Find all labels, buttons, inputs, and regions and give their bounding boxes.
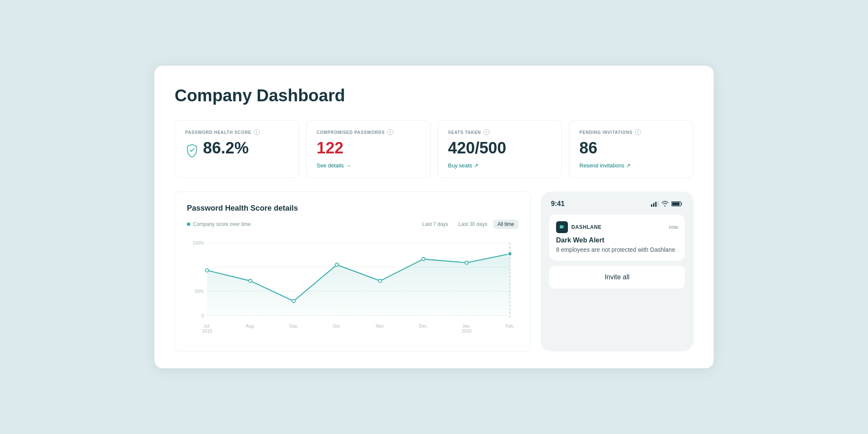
info-icon-seats[interactable]: i: [484, 129, 490, 135]
svg-rect-29: [655, 202, 657, 207]
stat-label-invitations: PENDING INVITATIONS i: [579, 129, 683, 135]
bottom-row: Password Health Score details Company sc…: [175, 192, 693, 351]
info-icon-compromised[interactable]: i: [387, 129, 393, 135]
filter-30days[interactable]: Last 30 days: [454, 220, 492, 229]
svg-rect-28: [653, 203, 654, 207]
svg-text:Sep.: Sep.: [289, 324, 298, 328]
svg-text:2020: 2020: [462, 329, 471, 334]
svg-point-26: [508, 252, 512, 256]
dark-web-alert-card: DASHLANE now Dark Web Alert 8 employees …: [549, 214, 685, 261]
alert-title: Dark Web Alert: [556, 236, 678, 244]
chart-card: Password Health Score details Company sc…: [175, 192, 531, 351]
svg-point-22: [335, 263, 339, 267]
svg-text:Jul.: Jul.: [204, 324, 211, 328]
stats-row: PASSWORD HEALTH SCORE i 86.2% COMPROMISE…: [175, 120, 693, 178]
wifi-icon: [661, 201, 669, 207]
app-info: DASHLANE: [556, 221, 601, 233]
see-details-link[interactable]: See details →: [317, 162, 351, 169]
mobile-status-bar: 9:41: [549, 200, 685, 208]
svg-text:Oct.: Oct.: [333, 324, 341, 328]
svg-point-20: [249, 279, 252, 283]
svg-text:Feb.: Feb.: [505, 324, 514, 328]
stat-card-seats: SEATS TAKEN i 420/500 Buy seats ↗: [437, 120, 562, 178]
svg-point-24: [422, 257, 425, 261]
dashlane-logo: [556, 221, 568, 233]
svg-text:100%: 100%: [192, 241, 204, 245]
notification-time: now: [669, 224, 678, 230]
chart-header: Company score over time Last 7 days Last…: [187, 220, 518, 229]
svg-text:Nov.: Nov.: [376, 324, 384, 328]
svg-text:0: 0: [201, 313, 204, 318]
chart-title: Password Health Score details: [187, 204, 518, 213]
svg-point-19: [206, 269, 209, 272]
mobile-notification-card: 9:41: [541, 192, 693, 351]
mobile-status-icons: [651, 201, 683, 207]
main-dashboard-card: Company Dashboard PASSWORD HEALTH SCORE …: [154, 66, 714, 368]
battery-icon: [671, 201, 683, 207]
svg-marker-17: [207, 254, 510, 316]
stat-value-seats: 420/500: [448, 139, 551, 157]
mobile-time: 9:41: [551, 200, 565, 208]
svg-point-21: [292, 300, 295, 303]
svg-point-23: [378, 279, 382, 283]
info-icon-invitations[interactable]: i: [635, 129, 641, 135]
stat-value-compromised: 122: [317, 139, 420, 157]
svg-text:50%: 50%: [195, 289, 204, 294]
stat-value-row-password-health: 86.2%: [185, 139, 289, 161]
alert-body: 8 employees are not protected with Dashl…: [556, 246, 678, 254]
invite-all-button[interactable]: Invite all: [549, 266, 685, 289]
svg-rect-32: [672, 202, 680, 205]
time-filters: Last 7 days Last 30 days All time: [418, 220, 518, 229]
svg-rect-27: [651, 204, 652, 207]
stat-card-compromised: COMPROMISED PASSWORDS i 122 See details …: [306, 120, 431, 178]
shield-icon: [185, 144, 199, 157]
svg-text:Dec.: Dec.: [419, 324, 428, 328]
app-name: DASHLANE: [571, 224, 601, 230]
svg-text:Aug.: Aug.: [246, 324, 255, 328]
resend-invitations-link[interactable]: Resend invitations ↗: [579, 162, 631, 169]
stat-card-password-health: PASSWORD HEALTH SCORE i 86.2%: [175, 120, 299, 178]
notification-header: DASHLANE now: [556, 221, 678, 233]
stat-value-password-health: 86.2%: [203, 139, 249, 157]
legend-dot: [187, 223, 190, 226]
buy-seats-link[interactable]: Buy seats ↗: [448, 162, 479, 169]
chart-svg: 100% 50% 0 Jul. 2019 Aug. Sep. Oct. Nov.…: [187, 232, 518, 342]
signal-icon: [651, 201, 659, 207]
info-icon-password-health[interactable]: i: [254, 129, 260, 135]
filter-7days[interactable]: Last 7 days: [418, 220, 452, 229]
stat-label-password-health: PASSWORD HEALTH SCORE i: [185, 129, 289, 135]
svg-text:2019: 2019: [202, 329, 212, 334]
filter-alltime[interactable]: All time: [493, 220, 518, 229]
stat-card-invitations: PENDING INVITATIONS i 86 Resend invitati…: [569, 120, 693, 178]
svg-text:Jan.: Jan.: [462, 324, 471, 328]
chart-legend: Company score over time: [187, 221, 251, 227]
page-title: Company Dashboard: [175, 86, 693, 105]
stat-value-invitations: 86: [579, 139, 683, 157]
chart-area: 100% 50% 0 Jul. 2019 Aug. Sep. Oct. Nov.…: [187, 232, 518, 342]
stat-label-compromised: COMPROMISED PASSWORDS i: [317, 129, 420, 135]
svg-point-25: [465, 261, 468, 264]
stat-label-seats: SEATS TAKEN i: [448, 129, 551, 135]
svg-rect-30: [657, 201, 659, 207]
